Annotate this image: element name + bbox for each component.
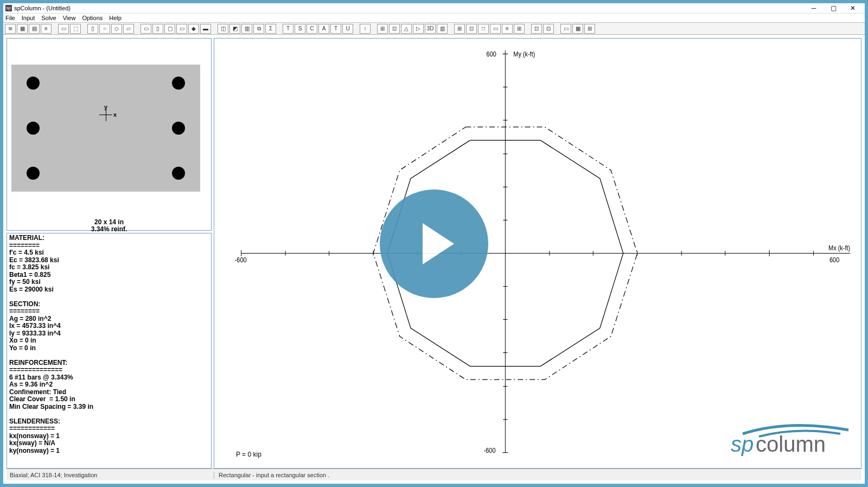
toolbar-button-39[interactable]: 3D xyxy=(425,24,436,34)
rebar-dot xyxy=(27,167,40,180)
menu-bar: File Input Solve View Options Help xyxy=(3,13,865,23)
toolbar-button-9[interactable]: ○ xyxy=(99,24,110,34)
y-axis-label: y xyxy=(104,104,107,110)
toolbar-button-0[interactable]: ≋ xyxy=(5,24,16,34)
toolbar-button-21[interactable]: ◩ xyxy=(229,24,240,34)
section-canvas: y x xyxy=(11,65,200,192)
toolbar-button-29[interactable]: A xyxy=(318,24,329,34)
x-axis-label: x xyxy=(113,111,117,118)
svg-text:-600: -600 xyxy=(484,447,496,454)
toolbar-button-44[interactable]: □ xyxy=(478,24,489,34)
interaction-plot: 600 -600 -600 600 My (k-ft) Mx (k-ft) xyxy=(214,39,861,468)
toolbar-button-11[interactable]: ▱ xyxy=(123,24,134,34)
rebar-dot xyxy=(27,122,40,135)
results-text: MATERIAL: ======== f'c = 4.5 ksi Ec = 38… xyxy=(7,233,211,456)
section-caption: 20 x 14 in 3.34% reinf. xyxy=(7,219,211,233)
minimize-button[interactable]: ─ xyxy=(804,3,824,13)
toolbar-button-38[interactable]: ▷ xyxy=(413,24,424,34)
svg-text:-600: -600 xyxy=(235,256,247,263)
toolbar-button-30[interactable]: T xyxy=(330,24,341,34)
status-right: Rectangular - input a rectangular sectio… xyxy=(214,472,861,478)
toolbar: ≋▦▤≡▭⬚▯○◇▱▭▯▢▭◆▬◫◩▥⧉ΣTSCATU↕⊞⊡△▷3D▥⊞⊡□▭≡… xyxy=(3,23,865,35)
toolbar-button-6[interactable]: ⬚ xyxy=(70,24,81,34)
menu-input[interactable]: Input xyxy=(22,15,35,21)
toolbar-button-3[interactable]: ≡ xyxy=(41,24,52,34)
play-icon xyxy=(423,223,454,264)
toolbar-button-8[interactable]: ▯ xyxy=(87,24,98,34)
svg-text:column: column xyxy=(756,432,826,456)
toolbar-button-2[interactable]: ▤ xyxy=(29,24,40,34)
toolbar-button-26[interactable]: T xyxy=(283,24,293,34)
rebar-dot xyxy=(172,167,185,180)
rebar-dot xyxy=(172,77,185,90)
svg-text:600: 600 xyxy=(487,50,496,58)
status-bar: Biaxial; ACI 318-14; Investigation Recta… xyxy=(7,469,861,480)
svg-text:sp: sp xyxy=(731,432,754,456)
toolbar-button-24[interactable]: Σ xyxy=(265,24,276,34)
toolbar-button-33[interactable]: ↕ xyxy=(360,24,371,34)
toolbar-button-36[interactable]: ⊡ xyxy=(389,24,400,34)
results-text-pane[interactable]: MATERIAL: ======== f'c = 4.5 ksi Ec = 38… xyxy=(7,233,212,469)
svg-text:Mx (k-ft): Mx (k-ft) xyxy=(828,245,850,252)
toolbar-button-23[interactable]: ⧉ xyxy=(253,24,264,34)
rebar-dot xyxy=(172,122,185,135)
toolbar-button-13[interactable]: ▭ xyxy=(141,24,151,34)
toolbar-button-28[interactable]: C xyxy=(307,24,317,34)
toolbar-button-20[interactable]: ◫ xyxy=(218,24,228,34)
spcolumn-logo: sp column xyxy=(726,420,851,458)
toolbar-button-45[interactable]: ▭ xyxy=(490,24,501,34)
title-bar: sp spColumn - (Untitled) ─ ▢ ✕ xyxy=(3,3,865,13)
rebar-dot xyxy=(27,77,40,90)
svg-text:600: 600 xyxy=(829,256,839,263)
toolbar-button-31[interactable]: U xyxy=(342,24,353,34)
menu-help[interactable]: Help xyxy=(109,15,122,21)
maximize-button[interactable]: ▢ xyxy=(824,3,843,13)
toolbar-button-27[interactable]: S xyxy=(295,24,305,34)
toolbar-button-10[interactable]: ◇ xyxy=(111,24,122,34)
toolbar-button-49[interactable]: ⊡ xyxy=(531,24,542,34)
toolbar-button-14[interactable]: ▯ xyxy=(152,24,163,34)
toolbar-button-35[interactable]: ⊞ xyxy=(377,24,388,34)
toolbar-button-37[interactable]: △ xyxy=(401,24,412,34)
interaction-diagram-pane: 600 -600 -600 600 My (k-ft) Mx (k-ft) P … xyxy=(214,38,861,469)
window-title: spColumn - (Untitled) xyxy=(14,5,71,11)
p-value-label: P = 0 kip xyxy=(236,451,261,458)
menu-file[interactable]: File xyxy=(5,15,15,21)
toolbar-button-18[interactable]: ▬ xyxy=(200,24,211,34)
toolbar-button-17[interactable]: ◆ xyxy=(188,24,199,34)
menu-solve[interactable]: Solve xyxy=(41,15,56,21)
toolbar-button-16[interactable]: ▭ xyxy=(176,24,187,34)
status-left: Biaxial; ACI 318-14; Investigation xyxy=(7,472,214,478)
toolbar-button-43[interactable]: ⊡ xyxy=(466,24,477,34)
app-icon: sp xyxy=(5,5,12,11)
toolbar-button-50[interactable]: ⊡ xyxy=(543,24,554,34)
toolbar-button-22[interactable]: ▥ xyxy=(241,24,252,34)
toolbar-button-53[interactable]: ▦ xyxy=(572,24,583,34)
toolbar-button-47[interactable]: ⊞ xyxy=(514,24,525,34)
svg-text:My (k-ft): My (k-ft) xyxy=(513,50,535,58)
toolbar-button-40[interactable]: ▥ xyxy=(437,24,448,34)
menu-options[interactable]: Options xyxy=(82,15,103,21)
section-reinf: 3.34% reinf. xyxy=(7,226,211,233)
toolbar-button-42[interactable]: ⊞ xyxy=(454,24,465,34)
section-view-pane: y x 20 x 14 in 3.34% reinf. xyxy=(7,38,212,231)
toolbar-button-5[interactable]: ▭ xyxy=(58,24,69,34)
toolbar-button-52[interactable]: ▭ xyxy=(560,24,571,34)
toolbar-button-15[interactable]: ▢ xyxy=(164,24,175,34)
play-button[interactable] xyxy=(380,189,488,298)
toolbar-button-54[interactable]: ⊞ xyxy=(584,24,595,34)
close-button[interactable]: ✕ xyxy=(843,3,863,13)
toolbar-button-1[interactable]: ▦ xyxy=(17,24,28,34)
menu-view[interactable]: View xyxy=(63,15,76,21)
toolbar-button-46[interactable]: ≡ xyxy=(502,24,513,34)
